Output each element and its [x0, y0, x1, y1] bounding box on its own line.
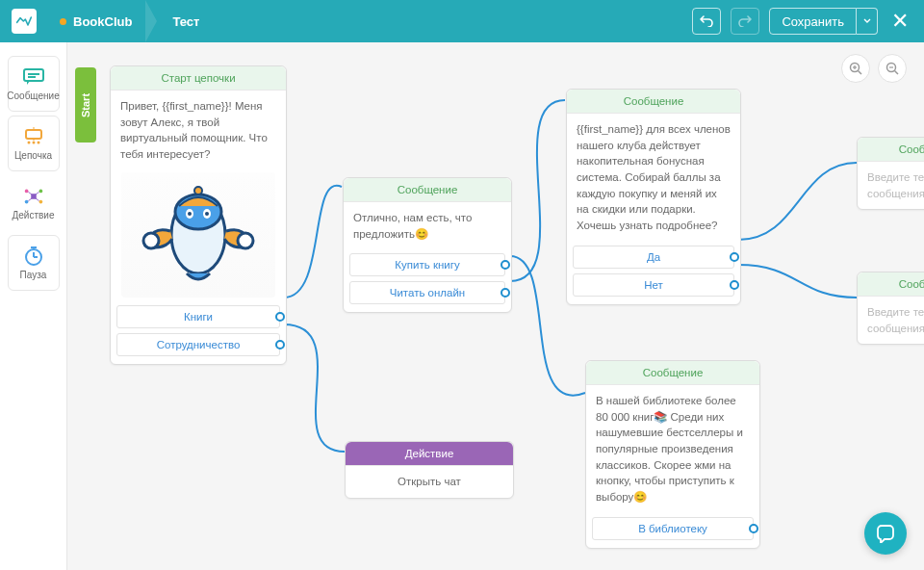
sidebar-item-pause[interactable]: Пауза [8, 235, 60, 291]
output-port[interactable] [730, 252, 739, 262]
svg-point-5 [32, 141, 35, 143]
tool-sidebar: Сообщение Цепочка Действие Пауза [0, 42, 67, 570]
node-title: Действие [346, 442, 513, 466]
sidebar-item-label: Сообщение [7, 91, 59, 101]
svg-line-14 [28, 192, 32, 194]
node-message-library[interactable]: Сообщение В нашей библиотеке более 80 00… [585, 360, 760, 549]
svg-line-16 [28, 197, 32, 200]
breadcrumb-label: BookClub [73, 14, 132, 29]
output-port[interactable] [500, 260, 510, 270]
svg-point-13 [38, 199, 42, 203]
close-button[interactable]: ✕ [887, 9, 912, 34]
node-message-bonus[interactable]: Сообщение {{first_name}} для всех членов… [566, 89, 741, 305]
start-tab[interactable]: Start [75, 67, 96, 142]
breadcrumb-label: Тест [172, 14, 199, 29]
output-port[interactable] [730, 280, 739, 290]
node-title: Сообщение [344, 178, 511, 202]
sidebar-item-label: Цепочка [14, 150, 52, 161]
chat-icon [876, 524, 895, 543]
svg-line-15 [35, 192, 38, 194]
node-message-offer[interactable]: Сообщение Отлично, нам есть, что предлож… [343, 177, 512, 313]
flow-canvas[interactable]: Start Старт цепочки Привет, {{first_name… [67, 42, 924, 570]
status-dot-icon [60, 18, 66, 25]
chevron-right-icon [145, 0, 157, 42]
app-header: BookClub Тест Сохранить ✕ [0, 0, 924, 42]
option-to-library[interactable]: В библиотеку [592, 517, 754, 540]
option-label: Нет [644, 279, 663, 291]
option-label: Читать онлайн [390, 287, 465, 298]
svg-point-12 [24, 199, 28, 203]
node-placeholder[interactable]: Введите текст сообщения [858, 162, 924, 209]
undo-button[interactable] [692, 8, 721, 35]
node-title: Сообщение [858, 272, 924, 297]
option-read-online[interactable]: Читать онлайн [349, 281, 505, 304]
output-port[interactable] [275, 312, 285, 322]
node-start[interactable]: Старт цепочки Привет, {{first_name}}! Ме… [110, 65, 287, 365]
svg-line-27 [894, 70, 898, 74]
help-button[interactable] [864, 512, 907, 555]
node-placeholder[interactable]: Введите текст сообщения [858, 297, 924, 344]
option-label: В библиотеку [638, 523, 707, 534]
zoom-out-button[interactable] [878, 54, 907, 83]
node-title: Сообщение [567, 90, 740, 114]
option-no[interactable]: Нет [573, 273, 734, 297]
chevron-down-icon [863, 18, 871, 24]
svg-point-37 [238, 233, 253, 248]
node-body: Привет, {{first_name}}! Меня зовут Алекс… [111, 91, 286, 170]
sidebar-item-message[interactable]: Сообщение [8, 56, 60, 112]
option-buy-book[interactable]: Купить книгу [349, 253, 505, 276]
svg-point-6 [37, 141, 39, 143]
sidebar-item-action[interactable]: Действие [8, 175, 60, 231]
option-books[interactable]: Книги [116, 305, 280, 328]
option-label: Да [647, 251, 660, 263]
node-action-open-chat[interactable]: Действие Открыть чат [345, 441, 514, 499]
sidebar-item-label: Пауза [20, 270, 47, 280]
output-port[interactable] [749, 524, 758, 533]
svg-point-35 [205, 212, 209, 216]
sidebar-item-label: Действие [13, 210, 55, 220]
breadcrumb-item-project[interactable]: BookClub [46, 0, 145, 42]
svg-point-10 [38, 189, 42, 193]
option-cooperation[interactable]: Сотрудничество [116, 333, 280, 356]
message-icon [22, 67, 45, 87]
svg-line-17 [35, 197, 38, 200]
svg-point-36 [143, 233, 159, 248]
sidebar-item-chain[interactable]: Цепочка [8, 116, 60, 171]
svg-point-33 [188, 212, 192, 216]
svg-point-31 [194, 187, 202, 194]
zoom-in-button[interactable] [841, 54, 870, 83]
node-title: Сообщение [586, 361, 759, 385]
node-message-empty-2[interactable]: Сообщение Введите текст сообщения [857, 272, 924, 345]
node-title: Сообщение [858, 138, 924, 162]
output-port[interactable] [500, 288, 510, 298]
option-label: Книги [184, 311, 213, 323]
output-port[interactable] [275, 340, 285, 350]
node-body: В нашей библиотеке более 80 000 книг📚 Ср… [586, 385, 759, 513]
node-body: {{first_name}} для всех членов нашего кл… [567, 114, 740, 242]
option-label: Сотрудничество [157, 339, 241, 350]
save-button[interactable]: Сохранить [769, 8, 857, 35]
action-icon [22, 187, 45, 206]
node-body: Открыть чат [346, 466, 513, 498]
save-dropdown-button[interactable] [857, 8, 878, 35]
redo-button[interactable] [731, 8, 759, 35]
svg-line-23 [858, 70, 861, 74]
node-message-empty-1[interactable]: Сообщение Введите текст сообщения [857, 137, 924, 210]
logo-icon[interactable] [12, 9, 37, 34]
svg-point-9 [24, 189, 28, 193]
option-yes[interactable]: Да [573, 246, 734, 269]
breadcrumb: BookClub Тест [46, 0, 213, 42]
svg-rect-3 [26, 130, 41, 139]
option-label: Купить книгу [395, 259, 459, 271]
node-title: Старт цепочки [111, 66, 286, 91]
svg-rect-21 [31, 246, 37, 248]
robot-image [121, 172, 275, 298]
node-body: Отлично, нам есть, что предложить😊 [344, 202, 511, 249]
pause-icon [22, 246, 45, 266]
svg-point-4 [27, 141, 30, 143]
chain-icon [22, 127, 45, 146]
breadcrumb-item-flow[interactable]: Тест [159, 0, 213, 42]
